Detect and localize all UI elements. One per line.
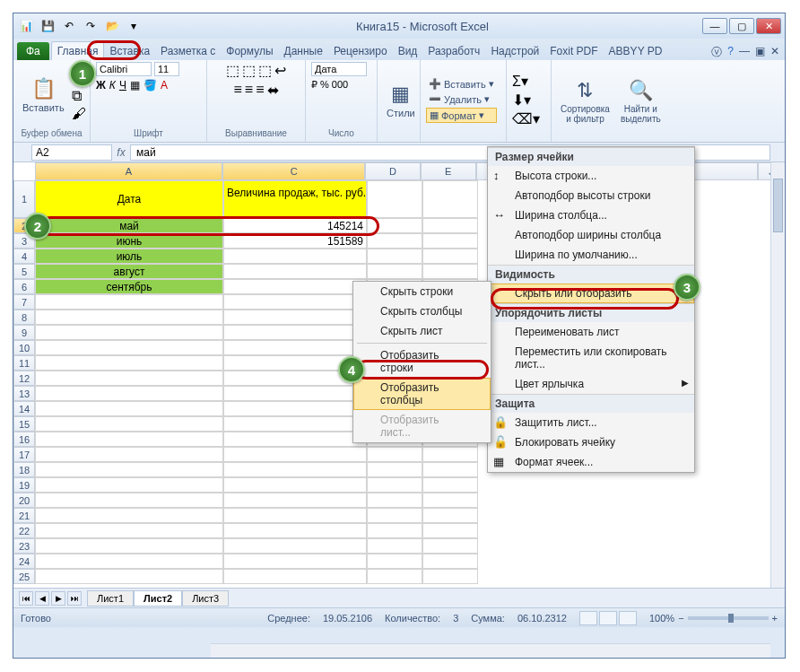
cell-d1[interactable] — [367, 180, 422, 218]
row-header[interactable]: 19 — [13, 477, 35, 493]
name-box[interactable] — [31, 144, 112, 161]
row-header[interactable]: 18 — [13, 462, 35, 477]
autosum-icon[interactable]: Σ▾ — [512, 73, 540, 90]
align-left-icon[interactable]: ≡ — [233, 82, 241, 99]
menu-item[interactable]: ↕Высота строки... — [488, 166, 694, 186]
tab-home[interactable]: Главная — [51, 41, 105, 60]
row-header[interactable]: 25 — [13, 569, 35, 584]
font-name-combo[interactable]: Calibri — [96, 62, 152, 76]
bold-button[interactable]: Ж — [96, 79, 106, 92]
align-middle-icon[interactable]: ⬚ — [242, 62, 256, 79]
cell-d[interactable] — [367, 264, 422, 279]
copy-icon[interactable]: ⧉ — [72, 88, 86, 104]
col-header-c[interactable]: C — [222, 162, 365, 180]
horizontal-scrollbar[interactable] — [211, 643, 770, 658]
excel-icon[interactable]: 📊 — [17, 17, 35, 35]
menu-item[interactable]: Скрыть или отобразить▶ — [488, 284, 694, 303]
cells-delete-button[interactable]: ➖Удалить▾ — [426, 92, 497, 106]
sheet-nav-prev-icon[interactable]: ◀ — [35, 591, 49, 606]
view-pagelayout-icon[interactable] — [599, 611, 617, 625]
row-header[interactable]: 8 — [13, 310, 35, 325]
align-top-icon[interactable]: ⬚ — [226, 62, 239, 79]
cell-c[interactable] — [223, 249, 367, 264]
row-header[interactable]: 9 — [13, 325, 35, 340]
row-header[interactable]: 7 — [13, 294, 35, 310]
tab-insert[interactable]: Вставка — [104, 42, 155, 60]
row-header[interactable]: 4 — [13, 249, 35, 264]
redo-icon[interactable]: ↷ — [82, 17, 100, 35]
paste-button[interactable]: 📋 Вставить — [19, 75, 68, 115]
sort-filter-button[interactable]: ⇅ Сортировка и фильтр — [557, 77, 613, 126]
row-header[interactable]: 10 — [13, 340, 35, 355]
submenu-item[interactable]: Скрыть столбцы — [353, 301, 491, 321]
cell-e[interactable] — [422, 218, 478, 233]
align-right-icon[interactable]: ≡ — [256, 82, 264, 99]
menu-item[interactable]: Автоподбор высоты строки — [488, 186, 694, 205]
submenu-item[interactable]: Отобразить столбцы — [353, 378, 491, 410]
view-normal-icon[interactable] — [579, 611, 597, 625]
clear-icon[interactable]: ⌫▾ — [512, 110, 540, 127]
row-header[interactable]: 11 — [13, 355, 35, 371]
row-header[interactable]: 23 — [13, 538, 35, 554]
fill-color-button[interactable]: 🪣 — [143, 79, 157, 92]
save-icon[interactable]: 💾 — [39, 17, 57, 35]
fx-icon[interactable]: fx — [112, 146, 130, 159]
open-icon[interactable]: 📂 — [103, 17, 121, 35]
file-tab[interactable]: Фа — [17, 42, 49, 60]
cell-a[interactable]: август — [35, 264, 223, 279]
tab-review[interactable]: Рецензиро — [328, 42, 393, 60]
sheet-tab-1[interactable]: Лист1 — [87, 590, 134, 607]
tab-developer[interactable]: Разработч — [422, 42, 485, 60]
menu-item[interactable]: Автоподбор ширины столбца — [488, 225, 694, 245]
border-button[interactable]: ▦ — [130, 79, 140, 92]
row-header[interactable]: 13 — [13, 386, 35, 401]
sheet-nav-next-icon[interactable]: ▶ — [51, 591, 65, 606]
cell-e1[interactable] — [422, 180, 478, 218]
cell-c1[interactable]: Величина продаж, тыс. руб. — [223, 180, 367, 218]
menu-item[interactable]: ▦Формат ячеек... — [488, 452, 694, 472]
menu-item[interactable]: Цвет ярлычка▶ — [488, 374, 694, 394]
row-header[interactable]: 5 — [13, 264, 35, 279]
cell-e[interactable] — [422, 233, 478, 249]
number-format-combo[interactable]: Дата — [311, 62, 367, 76]
zoom-slider[interactable] — [688, 616, 769, 620]
cell-d[interactable] — [367, 233, 422, 249]
row-header[interactable]: 20 — [13, 493, 35, 508]
zoom-out-icon[interactable]: − — [678, 613, 683, 624]
cell-a[interactable]: сентябрь — [35, 279, 223, 294]
wrap-text-icon[interactable]: ↩ — [274, 62, 286, 79]
menu-item[interactable]: ↔Ширина столбца... — [488, 205, 694, 225]
row-header[interactable]: 15 — [13, 416, 35, 432]
sheet-tab-3[interactable]: Лист3 — [182, 590, 229, 607]
view-pagebreak-icon[interactable] — [619, 611, 637, 625]
cell-e[interactable] — [422, 249, 478, 264]
menu-item[interactable]: 🔓Блокировать ячейку — [488, 432, 694, 452]
comma-icon[interactable]: 000 — [332, 79, 348, 91]
cell-a[interactable]: июль — [35, 249, 223, 264]
fill-icon[interactable]: ⬇▾ — [512, 92, 540, 109]
row-header[interactable]: 17 — [13, 447, 35, 462]
underline-button[interactable]: Ч — [119, 79, 126, 92]
cell-a1[interactable]: Дата — [35, 180, 223, 218]
row-header[interactable]: 12 — [13, 371, 35, 386]
font-size-combo[interactable]: 11 — [154, 62, 179, 76]
submenu-item[interactable]: Скрыть лист — [353, 321, 491, 341]
find-select-button[interactable]: 🔍 Найти и выделить — [617, 77, 665, 126]
currency-icon[interactable]: ₽ — [311, 79, 317, 91]
vertical-scrollbar[interactable] — [770, 162, 785, 588]
cell-c[interactable] — [223, 279, 367, 294]
close-button[interactable]: ✕ — [756, 18, 781, 34]
menu-item[interactable]: Переместить или скопировать лист... — [488, 342, 694, 374]
menu-item[interactable]: Переименовать лист — [488, 322, 694, 342]
cell-e[interactable] — [422, 264, 478, 279]
row-header[interactable]: 14 — [13, 401, 35, 416]
submenu-item[interactable]: Скрыть строки — [353, 282, 491, 301]
row-header-1[interactable]: 1 — [13, 180, 35, 218]
cells-format-button[interactable]: ▦Формат▾ — [426, 108, 497, 123]
ribbon-minimize-icon[interactable]: ⓥ — [711, 45, 722, 60]
menu-item[interactable]: 🔒Защитить лист... — [488, 413, 694, 432]
font-color-button[interactable]: A — [161, 79, 168, 92]
tab-pagelayout[interactable]: Разметка с — [155, 42, 221, 60]
maximize-button[interactable]: ▢ — [729, 18, 754, 34]
tab-addins[interactable]: Надстрой — [485, 42, 544, 60]
